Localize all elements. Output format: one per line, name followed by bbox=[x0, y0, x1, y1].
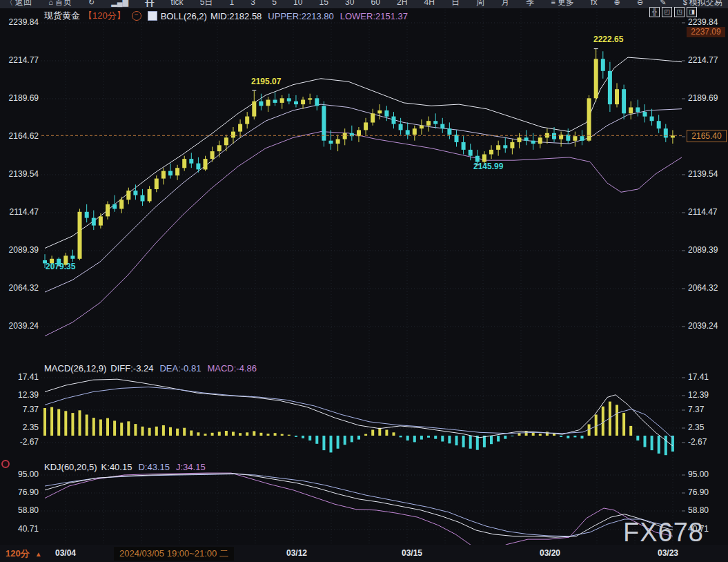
kdj-k-value: K:40.15 bbox=[101, 462, 132, 472]
kdj-j-value: J:34.15 bbox=[176, 462, 206, 472]
axis-label: 2064.32 bbox=[1, 283, 39, 293]
toolbar-item-label: fx bbox=[591, 0, 597, 7]
toolbar-item-1[interactable]: 1 bbox=[230, 0, 235, 7]
boll-label: BOLL(26,2) bbox=[161, 11, 207, 21]
axis-label: -2.67 bbox=[688, 437, 707, 447]
toolbar-item-5[interactable]: 5 bbox=[272, 0, 277, 7]
axis-label: 2039.24 bbox=[1, 321, 39, 331]
zoom-in-icon: ⊕ bbox=[614, 0, 620, 7]
trading-chart-app: 〈返回⌂首页↻▂▄▆╂╂tick5日135101530602H4H日周月季≡更多… bbox=[0, 0, 728, 562]
main-chart-header: 现货黄金 【120分】 − BOLL(26,2) MID:2182.58 UPP… bbox=[44, 10, 408, 22]
axis-label: 7.37 bbox=[688, 405, 704, 414]
toolbar-item-3[interactable]: 3 bbox=[250, 0, 255, 7]
axis-label: 2239.84 bbox=[1, 17, 39, 27]
axis-label: 2139.54 bbox=[688, 169, 718, 179]
axis-label: 58.80 bbox=[688, 505, 709, 515]
menu-icon: ≡ bbox=[551, 0, 555, 6]
toolbar-item-30[interactable]: 30 bbox=[345, 0, 354, 7]
axis-label: 2114.47 bbox=[688, 207, 718, 217]
toolbar-item-tick[interactable]: tick bbox=[171, 0, 184, 7]
macd-diff-value: DIFF:-3.24 bbox=[110, 363, 153, 374]
axis-label: 2.35 bbox=[1, 423, 39, 432]
hide-indicator-icon[interactable]: − bbox=[132, 11, 141, 21]
toolbar-item-日[interactable]: 日 bbox=[451, 0, 460, 8]
toolbar-item-back[interactable]: 〈返回 bbox=[6, 0, 32, 8]
date-tick-label: 03/23 bbox=[658, 548, 678, 558]
toolbar-item-4H[interactable]: 4H bbox=[424, 0, 434, 7]
boll-indicator-icon[interactable] bbox=[148, 11, 157, 21]
toolbar-item-5日[interactable]: 5日 bbox=[200, 0, 213, 8]
toolbar-item-周[interactable]: 周 bbox=[476, 0, 484, 8]
axis-label: 2.35 bbox=[688, 423, 704, 432]
collapse-icon[interactable]: ◨ bbox=[687, 7, 697, 17]
toolbar-item-candles[interactable]: ╂╂ bbox=[145, 0, 154, 7]
axis-label: 7.37 bbox=[1, 405, 39, 414]
axis-label: 76.90 bbox=[1, 487, 39, 497]
toolbar-item-label: 30 bbox=[345, 0, 354, 7]
toolbar-item-label: 月 bbox=[501, 0, 509, 8]
kdj-d-value: D:43.15 bbox=[138, 462, 170, 472]
zoom-out-icon: ⊖ bbox=[637, 0, 643, 7]
window-layout-icons: ╬◰◳◨ bbox=[649, 7, 697, 17]
toolbar-item-label: 60 bbox=[371, 0, 380, 7]
kdj-header: KDJ(60,20,5) K:40.15 D:43.15 J:34.15 bbox=[44, 462, 206, 472]
toolbar-item-2H[interactable]: 2H bbox=[397, 0, 407, 7]
axis-label: 2189.69 bbox=[688, 93, 718, 103]
toolbar-item-pen[interactable]: ✎ bbox=[660, 0, 666, 7]
toolbar-item-zoom-in[interactable]: ⊕ bbox=[614, 0, 620, 7]
axis-label: 2214.77 bbox=[688, 55, 718, 65]
boll-mid-value: MID:2182.58 bbox=[210, 11, 262, 21]
axis-label: 2214.77 bbox=[1, 55, 39, 65]
axis-label: 17.41 bbox=[688, 372, 709, 382]
pane-right-icon[interactable]: ◳ bbox=[674, 7, 685, 17]
toolbar-item-label: 5 bbox=[272, 0, 277, 7]
chart-canvas[interactable] bbox=[0, 0, 728, 562]
toolbar-item-60[interactable]: 60 bbox=[371, 0, 380, 7]
toolbar-item-label: 返回 bbox=[15, 0, 32, 8]
date-tick-label: 03/12 bbox=[286, 548, 307, 558]
axis-label: 2089.39 bbox=[1, 245, 39, 255]
toolbar-item-label: 3 bbox=[250, 0, 255, 7]
macd-macd-value: MACD:-4.86 bbox=[207, 363, 257, 374]
toolbar-item-label: 首页 bbox=[55, 0, 72, 8]
toolbar-item-label: 5日 bbox=[200, 0, 213, 8]
alert-dot-icon[interactable] bbox=[1, 460, 10, 468]
axis-label: 2189.69 bbox=[1, 93, 39, 103]
toolbar-item-15[interactable]: 15 bbox=[319, 0, 328, 7]
axis-label: 2139.54 bbox=[1, 169, 39, 179]
toolbar-item-季[interactable]: 季 bbox=[526, 0, 534, 8]
period-indicator[interactable]: 120分▲ bbox=[6, 548, 42, 560]
candles-icon: ╂╂ bbox=[145, 0, 154, 7]
toolbar-item-zoom-out[interactable]: ⊖ bbox=[637, 0, 643, 7]
toolbar-item-label: 15 bbox=[319, 0, 328, 7]
swing-low-annotation: 2145.99 bbox=[473, 162, 503, 171]
last-price-tag: 2165.40 bbox=[687, 130, 727, 142]
axis-label: 95.00 bbox=[688, 469, 709, 479]
axis-label: 95.00 bbox=[1, 469, 39, 479]
axis-label: 2239.84 bbox=[688, 17, 718, 27]
macd-title: MACD(26,12,9) bbox=[44, 363, 106, 374]
boll-lower-value: LOWER:2151.37 bbox=[340, 11, 408, 21]
toolbar-item-refresh[interactable]: ↻ bbox=[88, 0, 95, 7]
toolbar-item-label: 更多 bbox=[558, 0, 574, 8]
axis-label: 2164.62 bbox=[1, 131, 39, 141]
toolbar-item-home[interactable]: ⌂首页 bbox=[48, 0, 72, 8]
toolbar-item-月[interactable]: 月 bbox=[501, 0, 509, 8]
axis-label: 2064.32 bbox=[688, 283, 718, 293]
toolbar-item-label: tick bbox=[171, 0, 184, 7]
dollar-icon: $ bbox=[683, 0, 687, 6]
toolbar-item-fx[interactable]: fx bbox=[591, 0, 597, 7]
move-icon[interactable]: ╬ bbox=[649, 7, 660, 17]
toolbar-item-10[interactable]: 10 bbox=[293, 0, 302, 7]
pane-left-icon[interactable]: ◰ bbox=[662, 7, 672, 17]
refresh-icon: ↻ bbox=[88, 0, 95, 7]
toolbar-item-menu[interactable]: ≡更多 bbox=[551, 0, 574, 8]
time-axis-bar: 120分▲ 2024/03/05 19:00~21:00 二 03/0403/1… bbox=[0, 545, 728, 562]
fx678-watermark: FX678 bbox=[623, 518, 704, 548]
high-price-tag: 2237.09 bbox=[687, 27, 725, 37]
toolbar-item-bars[interactable]: ▂▄▆ bbox=[111, 0, 128, 7]
kdj-title: KDJ(60,20,5) bbox=[44, 462, 97, 472]
date-tick-label: 03/20 bbox=[540, 548, 560, 558]
axis-label: 76.90 bbox=[688, 487, 709, 497]
swing-high-annotation: 2195.07 bbox=[251, 77, 281, 86]
